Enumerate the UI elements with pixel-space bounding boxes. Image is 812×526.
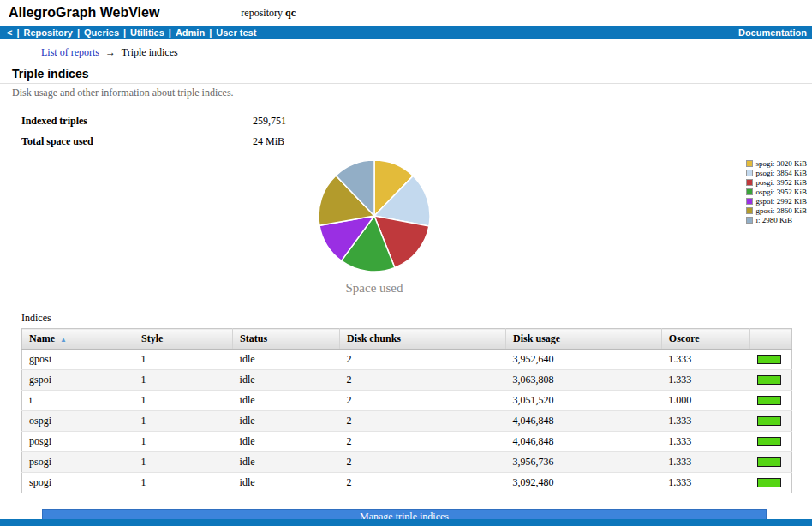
- breadcrumb-link-list-of-reports[interactable]: List of reports: [41, 46, 99, 58]
- top-bar: AllegroGraph WebView repository qc: [0, 0, 812, 26]
- column-header-name[interactable]: Name▲: [22, 329, 134, 350]
- table-header-row: Name▲StyleStatusDisk chunksDisk usageOsc…: [22, 329, 792, 350]
- chart-caption: Space used: [319, 281, 430, 296]
- legend-label: spogi: 3020 KiB: [755, 159, 807, 168]
- table-row-i: i1idle23,051,5201.000: [22, 391, 792, 411]
- cell-oscore: 1.333: [661, 350, 750, 370]
- cell-status: idle: [233, 411, 340, 432]
- legend-color-chip: [746, 217, 753, 224]
- table-row-psogi: psogi1idle23,956,7361.333: [22, 452, 792, 473]
- cell-style: 1: [134, 411, 233, 432]
- repository-name: qc: [285, 7, 296, 19]
- legend-item-spogi: spogi: 3020 KiB: [746, 159, 807, 168]
- chart-legend: spogi: 3020 KiBpsogi: 3864 KiBposgi: 395…: [746, 159, 807, 225]
- cell-name: gspoi: [22, 370, 134, 391]
- usage-bar-indicator: [757, 396, 781, 405]
- cell-usage-bar: [750, 432, 792, 452]
- cell-name: ospgi: [22, 411, 134, 432]
- cell-disk_chunks: 2: [339, 452, 505, 473]
- usage-bar-indicator: [757, 437, 781, 446]
- indices-table: Name▲StyleStatusDisk chunksDisk usageOsc…: [21, 328, 792, 493]
- summary-stats: Indexed triples 259,751 Total space used…: [21, 115, 812, 148]
- legend-color-chip: [746, 179, 753, 186]
- table-row-posgi: posgi1idle24,046,8481.333: [22, 432, 792, 452]
- cell-disk_usage: 4,046,848: [506, 432, 662, 452]
- cell-style: 1: [134, 473, 233, 493]
- table-row-gposi: gposi1idle23,952,6401.333: [22, 350, 792, 370]
- repository-label: repository: [241, 7, 283, 19]
- legend-color-chip: [746, 198, 753, 205]
- cell-usage-bar: [750, 411, 792, 432]
- usage-bar-indicator: [757, 355, 781, 364]
- breadcrumb: List of reports → Triple indices: [41, 46, 812, 59]
- nav-item-documentation[interactable]: Documentation: [738, 27, 807, 38]
- breadcrumb-current: Triple indices: [122, 46, 178, 58]
- cell-status: idle: [233, 391, 340, 411]
- usage-bar-indicator: [757, 416, 781, 426]
- stat-label: Indexed triples: [21, 115, 250, 128]
- column-header-disk-usage[interactable]: Disk usage: [506, 329, 662, 350]
- usage-bar-indicator: [757, 375, 781, 385]
- column-header-disk-chunks[interactable]: Disk chunks: [339, 329, 505, 350]
- indices-section-label: Indices: [21, 312, 812, 325]
- cell-name: i: [22, 391, 134, 411]
- nav-item-utilities[interactable]: Utilities: [128, 27, 166, 38]
- bottom-bar: [0, 519, 812, 526]
- nav-separator: |: [166, 27, 174, 38]
- title-divider: [0, 83, 812, 84]
- cell-style: 1: [134, 432, 233, 452]
- column-header-oscore[interactable]: Oscore: [661, 329, 750, 350]
- cell-name: psogi: [22, 452, 134, 473]
- nav-item-repository[interactable]: Repository: [22, 27, 75, 38]
- column-header-style[interactable]: Style: [134, 329, 233, 350]
- app-title: AllegroGraph WebView: [9, 5, 159, 21]
- legend-item-posgi: posgi: 3952 KiB: [746, 178, 807, 187]
- legend-color-chip: [746, 170, 753, 176]
- legend-color-chip: [746, 160, 753, 167]
- nav-item-queries[interactable]: Queries: [82, 27, 121, 38]
- cell-usage-bar: [750, 391, 792, 411]
- cell-disk_chunks: 2: [339, 411, 505, 432]
- cell-oscore: 1.333: [661, 411, 750, 432]
- legend-label: posgi: 3952 KiB: [755, 178, 807, 187]
- cell-usage-bar: [750, 473, 792, 493]
- legend-item-ospgi: ospgi: 3952 KiB: [746, 188, 807, 196]
- cell-usage-bar: [750, 350, 792, 370]
- column-header-bar[interactable]: [750, 329, 792, 350]
- legend-item-gspoi: gspoi: 2992 KiB: [746, 197, 807, 206]
- cell-disk_chunks: 2: [339, 432, 505, 452]
- nav-separator: |: [75, 27, 82, 38]
- cell-oscore: 1.333: [661, 452, 750, 473]
- cell-usage-bar: [750, 452, 792, 473]
- cell-status: idle: [233, 452, 340, 473]
- cell-usage-bar: [750, 370, 792, 391]
- nav-item-user-test[interactable]: User test: [214, 27, 258, 38]
- cell-status: idle: [233, 350, 340, 370]
- cell-disk_usage: 3,952,640: [506, 350, 662, 370]
- cell-disk_chunks: 2: [339, 370, 505, 391]
- stat-indexed-triples: Indexed triples 259,751: [21, 115, 812, 128]
- stat-value: 259,751: [253, 115, 286, 127]
- nav-items: |Repository|Queries|Utilities|Admin|User…: [14, 27, 258, 38]
- nav-separator: |: [206, 27, 214, 38]
- cell-style: 1: [134, 350, 233, 370]
- cell-name: spogi: [22, 473, 134, 493]
- nav-separator: |: [14, 27, 21, 38]
- cell-disk_chunks: 2: [339, 391, 505, 411]
- cell-oscore: 1.000: [661, 391, 750, 411]
- back-chevron-icon[interactable]: <: [5, 27, 14, 38]
- breadcrumb-arrow-icon: →: [105, 46, 116, 58]
- stat-total-space-used: Total space used 24 MiB: [21, 135, 812, 148]
- legend-label: psogi: 3864 KiB: [755, 169, 807, 177]
- table-row-gspoi: gspoi1idle23,063,8081.333: [22, 370, 792, 391]
- cell-status: idle: [233, 370, 340, 391]
- sort-asc-icon: ▲: [60, 336, 67, 344]
- page-subtitle: Disk usage and other information about t…: [12, 87, 812, 99]
- cell-disk_chunks: 2: [339, 350, 505, 370]
- nav-item-admin[interactable]: Admin: [174, 27, 206, 38]
- cell-disk_chunks: 2: [339, 473, 505, 493]
- column-header-status[interactable]: Status: [233, 329, 340, 350]
- table-row-ospgi: ospgi1idle24,046,8481.333: [22, 411, 792, 432]
- legend-label: ospgi: 3952 KiB: [755, 188, 807, 196]
- cell-name: posgi: [22, 432, 134, 452]
